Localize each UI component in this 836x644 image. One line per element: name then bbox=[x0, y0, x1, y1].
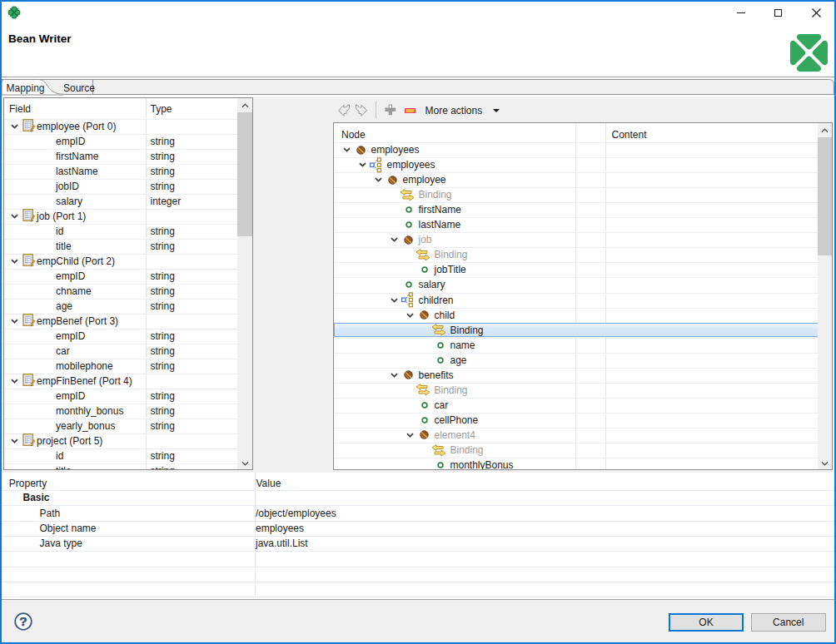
svg-text:?: ? bbox=[19, 614, 27, 628]
